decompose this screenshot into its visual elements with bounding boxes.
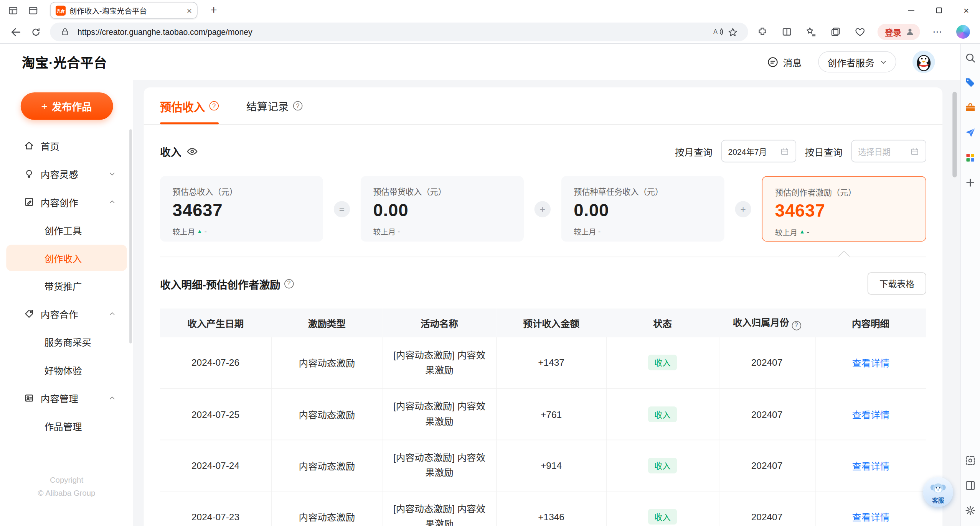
cell-amount: +1346	[496, 491, 606, 526]
chevron-up-icon	[109, 311, 115, 317]
login-label: 登录	[885, 26, 901, 38]
month-picker[interactable]: 2024年7月	[721, 140, 796, 163]
publish-work-button[interactable]: + 发布作品	[20, 92, 113, 120]
paper-plane-icon[interactable]	[964, 127, 976, 139]
site-security-icon[interactable]	[58, 25, 73, 39]
view-detail-link[interactable]: 查看详情	[852, 460, 889, 471]
eye-icon[interactable]	[186, 145, 198, 157]
tab-strip: 光合 创作收入-淘宝光合平台 × + ×	[0, 0, 980, 21]
support-mascot-icon	[927, 480, 949, 498]
maximize-button[interactable]	[925, 0, 953, 21]
customer-support-button[interactable]: 客服	[923, 477, 953, 507]
query-controls: 按月查询 2024年7月 按日查询 选择日期	[675, 140, 926, 163]
cell-date: 2024-07-24	[160, 440, 271, 491]
copilot-icon[interactable]	[956, 25, 970, 39]
content-tabs: 预估收入 ? 结算记录 ?	[144, 87, 943, 125]
tab-close-icon[interactable]: ×	[187, 6, 192, 15]
help-icon[interactable]: ?	[210, 101, 219, 110]
help-icon[interactable]: ?	[284, 279, 294, 288]
stat-label: 预估种草任务收入（元）	[574, 186, 712, 197]
sidebar-item-cooperation[interactable]: 内容合作	[0, 300, 133, 328]
day-picker[interactable]: 选择日期	[851, 140, 926, 163]
apps-grid-icon[interactable]	[964, 152, 976, 164]
header-detail: 内容明细	[815, 309, 926, 337]
sidebar-item-management[interactable]: 内容管理	[0, 384, 133, 412]
extensions-icon[interactable]	[753, 23, 772, 41]
sidebar-item-creation-income[interactable]: 创作收入	[6, 245, 127, 271]
more-glyph: ⋯	[932, 26, 942, 37]
search-icon[interactable]	[964, 52, 976, 64]
settings-icon[interactable]	[964, 505, 976, 516]
support-label: 客服	[932, 495, 944, 504]
sidebar-item-home[interactable]: 首页	[0, 132, 133, 160]
site-logo[interactable]: 淘宝·光合平台	[22, 53, 107, 71]
address-bar[interactable]: https://creator.guanghe.taobao.com/page/…	[50, 23, 748, 41]
income-table: 收入产生日期 激励类型 活动名称 预计收入金额 状态 收入归属月份? 内容明细	[160, 309, 926, 526]
back-icon[interactable]	[6, 23, 25, 41]
help-icon[interactable]: ?	[792, 321, 801, 330]
tab-estimated-income[interactable]: 预估收入 ?	[160, 87, 219, 124]
sidebar-item-creation[interactable]: 内容创作	[0, 188, 133, 216]
stat-label: 预估带货收入（元）	[373, 186, 511, 197]
chevron-up-icon	[109, 394, 115, 401]
new-tab-button[interactable]: +	[206, 4, 221, 17]
tab-label: 预估收入	[160, 98, 205, 114]
sidebar-item-creation-tools[interactable]: 创作工具	[0, 216, 133, 244]
sidebar-item-service-purchase[interactable]: 服务商采买	[0, 328, 133, 356]
split-window-icon[interactable]	[964, 480, 976, 491]
income-toolbar: 收入 按月查询 2024年7月 按日查询 选择日期	[160, 139, 926, 164]
help-icon[interactable]: ?	[293, 101, 302, 110]
read-aloud-icon[interactable]: A	[711, 25, 726, 39]
cell-date: 2024-07-26	[160, 337, 271, 389]
view-detail-link[interactable]: 查看详情	[852, 358, 889, 369]
favorites-icon[interactable]	[802, 23, 821, 41]
bulb-icon	[24, 169, 35, 179]
status-badge: 收入	[648, 355, 677, 371]
creator-service-dropdown[interactable]: 创作者服务	[818, 51, 896, 72]
cell-status: 收入	[606, 337, 719, 389]
browser-tab[interactable]: 光合 创作收入-淘宝光合平台 ×	[50, 2, 197, 19]
download-table-button[interactable]: 下载表格	[868, 272, 926, 295]
cell-detail: 查看详情	[815, 440, 926, 491]
close-button[interactable]: ×	[952, 0, 980, 21]
cell-amount: +914	[496, 440, 606, 491]
settings-more-icon[interactable]: ⋯	[928, 23, 947, 41]
split-screen-icon[interactable]	[777, 23, 796, 41]
screenshot-icon[interactable]	[964, 455, 976, 467]
workspaces-icon[interactable]	[8, 5, 19, 16]
tab-list-icon[interactable]	[28, 5, 39, 16]
cell-month: 202407	[719, 440, 815, 491]
header-activity: 活动名称	[383, 309, 496, 337]
minimize-button[interactable]	[898, 0, 925, 21]
collections-icon[interactable]	[826, 23, 845, 41]
user-avatar[interactable]	[912, 51, 935, 73]
sidebar-item-inspiration[interactable]: 内容灵感	[0, 160, 133, 188]
sidebar-scrollbar[interactable]	[129, 129, 132, 344]
plus-operator: +	[535, 201, 551, 217]
url-text[interactable]: https://creator.guanghe.taobao.com/page/…	[78, 27, 711, 36]
status-badge: 收入	[648, 457, 677, 473]
add-sidebar-item-icon[interactable]	[964, 177, 976, 189]
sidebar-item-works-management[interactable]: 作品管理	[0, 412, 133, 440]
shopping-icon[interactable]	[964, 77, 976, 89]
browser-essentials-icon[interactable]	[851, 23, 869, 41]
favorite-star-icon[interactable]	[726, 25, 741, 39]
page-scrollbar[interactable]	[952, 92, 957, 177]
cell-month: 202407	[719, 337, 815, 389]
table-row: 2024-07-25 内容动态激励 [内容动态激励] 内容效果激励 +761 收…	[160, 388, 926, 440]
view-detail-link[interactable]: 查看详情	[852, 512, 889, 523]
view-detail-link[interactable]: 查看详情	[852, 409, 889, 420]
stat-card-creator-incentive[interactable]: 预估创作者激励（元） 34637 较上月▲-	[762, 176, 926, 242]
cell-detail: 查看详情	[815, 337, 926, 389]
login-button[interactable]: 登录	[878, 24, 920, 40]
cell-date: 2024-07-25	[160, 388, 271, 440]
refresh-icon[interactable]	[26, 23, 45, 41]
sidebar-item-product-trial[interactable]: 好物体验	[0, 356, 133, 384]
messages-button[interactable]: 消息	[767, 55, 802, 68]
tools-icon[interactable]	[964, 102, 976, 113]
svg-text:A: A	[713, 28, 718, 35]
navbar-right-icons: 登录 ⋯	[753, 23, 974, 41]
cell-activity: [内容动态激励] 内容效果激励	[383, 440, 496, 491]
tab-settlement-record[interactable]: 结算记录 ?	[246, 87, 303, 124]
sidebar-item-promotion[interactable]: 带货推广	[0, 272, 133, 300]
